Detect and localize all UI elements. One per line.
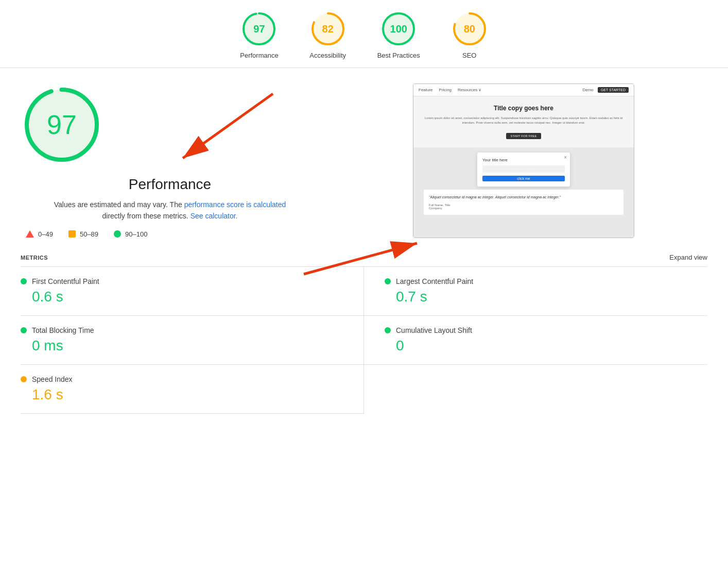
- screenshot-testimonial: "Aliquet consectetur id magna ac integer…: [424, 190, 623, 215]
- score-label-seo: SEO: [462, 52, 476, 59]
- metric-item-tbt: Total Blocking Time 0 ms: [21, 316, 364, 365]
- metrics-section: METRICS Expand view First Contentful Pai…: [0, 248, 728, 414]
- score-item-seo: 80 SEO: [451, 10, 488, 59]
- score-main-title: Performance: [21, 176, 319, 193]
- metric-dot-cls: [385, 327, 391, 333]
- metric-item-fcp: First Contentful Paint 0.6 s: [21, 267, 364, 316]
- screenshot-hero-cta: START FOR FREE: [506, 133, 541, 139]
- metric-item-lcp: Largest Contentful Paint 0.7 s: [364, 267, 707, 316]
- metrics-grid: First Contentful Paint 0.6 s Largest Con…: [21, 267, 707, 414]
- metric-name-cls: Cumulative Layout Shift: [396, 326, 472, 334]
- description-static: Values are estimated and may vary. The: [54, 200, 182, 209]
- pass-icon: [114, 230, 121, 238]
- metric-value-fcp: 0.6 s: [21, 289, 343, 305]
- score-label-best-practices: Best Practices: [377, 52, 420, 59]
- screenshot-inner: Feature Pricing Resources ∨ Demo GET STA…: [413, 84, 634, 238]
- expand-view-button[interactable]: Expand view: [669, 254, 707, 261]
- screenshot-testimonial-company: Company: [429, 207, 618, 210]
- score-item-performance: 97 Performance: [240, 10, 278, 59]
- description-middle: directly from these metrics.: [102, 212, 188, 220]
- left-panel: 97 Performance Values are estimated and …: [21, 83, 319, 238]
- metrics-title: METRICS: [21, 255, 48, 261]
- metric-name-row-si: Speed Index: [21, 375, 343, 383]
- calculator-link[interactable]: See calculator.: [190, 212, 238, 220]
- metric-dot-tbt: [21, 327, 27, 333]
- metric-dot-lcp: [385, 278, 391, 284]
- nav-pricing: Pricing: [439, 88, 452, 92]
- metric-value-tbt: 0 ms: [21, 337, 343, 354]
- score-circle-accessibility: 82: [309, 10, 346, 47]
- metric-value-cls: 0: [385, 337, 707, 354]
- legend-pass-label: 90–100: [125, 230, 147, 238]
- score-number-performance: 97: [253, 23, 265, 35]
- score-item-best-practices: 100 Best Practices: [377, 10, 420, 59]
- legend-item-fail: 0–49: [26, 230, 53, 238]
- nav-cta-btn: GET STARTED: [598, 87, 629, 93]
- legend-average-label: 50–89: [80, 230, 98, 238]
- nav-feature: Feature: [419, 88, 433, 92]
- screenshot-modal-input: [482, 165, 565, 173]
- legend-item-average: 50–89: [68, 230, 98, 238]
- metric-dot-si: [21, 376, 27, 382]
- metrics-header: METRICS Expand view: [21, 248, 707, 267]
- metric-name-row-lcp: Largest Contentful Paint: [385, 277, 707, 285]
- screenshot-modal: × Your title here click me: [477, 153, 570, 187]
- screenshot-modal-cta: click me: [482, 176, 565, 181]
- legend: 0–49 50–89 90–100: [21, 230, 319, 238]
- legend-fail-label: 0–49: [38, 230, 53, 238]
- score-number-best-practices: 100: [390, 23, 407, 35]
- screenshot-nav-links: Feature Pricing Resources ∨: [419, 88, 482, 92]
- metric-name-tbt: Total Blocking Time: [32, 326, 94, 334]
- metric-item-si: Speed Index 1.6 s: [21, 365, 364, 414]
- metric-name-fcp: First Contentful Paint: [32, 277, 99, 285]
- metric-name-si: Speed Index: [32, 375, 73, 383]
- right-panel: Feature Pricing Resources ∨ Demo GET STA…: [340, 83, 707, 238]
- metric-value-lcp: 0.7 s: [385, 289, 707, 305]
- score-item-accessibility: 82 Accessibility: [309, 10, 346, 59]
- metric-name-row-tbt: Total Blocking Time: [21, 326, 343, 334]
- average-icon: [68, 230, 76, 238]
- legend-item-pass: 90–100: [114, 230, 147, 238]
- metric-item-cls: Cumulative Layout Shift 0: [364, 316, 707, 365]
- screenshot-hero: Title copy goes here Lorem ipsum dolor s…: [413, 96, 634, 147]
- screenshot-nav: Feature Pricing Resources ∨ Demo GET STA…: [413, 84, 634, 96]
- metric-dot-fcp: [21, 278, 27, 284]
- score-circle-seo: 80: [451, 10, 488, 47]
- score-circle-best-practices: 100: [380, 10, 417, 47]
- performance-score-link[interactable]: performance score is calculated: [184, 200, 286, 209]
- main-content: 97 Performance Values are estimated and …: [0, 68, 728, 248]
- score-number-accessibility: 82: [322, 23, 334, 35]
- screenshot-hero-title: Title copy goes here: [424, 105, 623, 112]
- score-label-performance: Performance: [240, 52, 278, 59]
- score-title-section: Performance Values are estimated and may…: [21, 176, 319, 222]
- score-description: Values are estimated and may vary. The p…: [21, 199, 319, 222]
- screenshot-modal-title: Your title here: [482, 158, 565, 162]
- screenshot-testimonial-text: "Aliquet consectetur id magna ac integer…: [429, 195, 618, 200]
- main-annotation-area: 97 Performance Values are estimated and …: [0, 68, 728, 248]
- metric-value-si: 1.6 s: [21, 386, 343, 403]
- score-label-accessibility: Accessibility: [309, 52, 346, 59]
- metric-name-row-cls: Cumulative Layout Shift: [385, 326, 707, 334]
- big-score-container: 97: [21, 83, 319, 166]
- nav-demo: Demo: [582, 88, 593, 92]
- scores-bar: 97 Performance 82 Accessibility 100 Best: [0, 0, 728, 68]
- screenshot-container: Feature Pricing Resources ∨ Demo GET STA…: [413, 83, 634, 238]
- score-circle-performance: 97: [240, 10, 278, 47]
- score-number-seo: 80: [464, 23, 475, 35]
- fail-icon: [26, 230, 34, 238]
- modal-close-icon: ×: [564, 155, 567, 160]
- big-score-number: 97: [47, 109, 77, 140]
- screenshot-hero-text: Lorem ipsum dolor sit amet, consectetur …: [424, 116, 623, 125]
- metric-name-row-fcp: First Contentful Paint: [21, 277, 343, 285]
- big-score-circle: 97: [21, 83, 103, 166]
- metric-name-lcp: Largest Contentful Paint: [396, 277, 473, 285]
- nav-resources: Resources ∨: [458, 88, 481, 92]
